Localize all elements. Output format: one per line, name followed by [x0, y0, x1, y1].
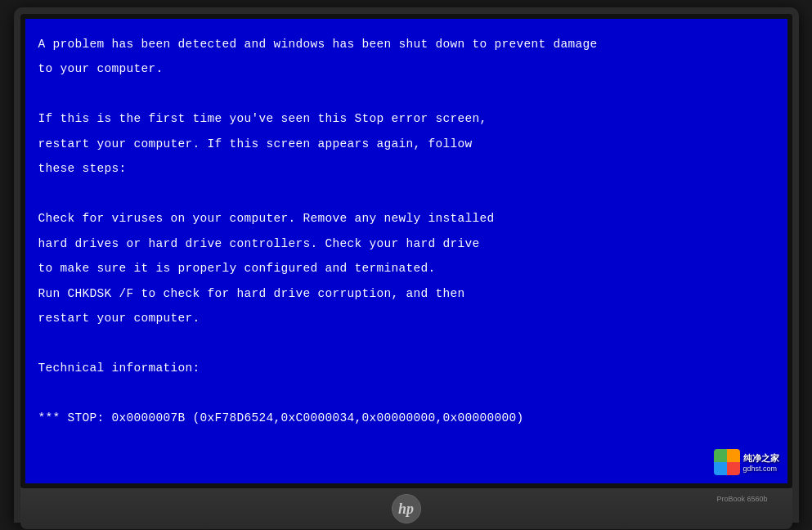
bsod-content: A problem has been detected and windows …	[25, 19, 787, 451]
hp-logo-text: hp	[398, 501, 414, 518]
bsod-line11: Run CHKDSK /F to check for hard drive co…	[38, 285, 774, 303]
bsod-line6: these steps:	[38, 159, 774, 177]
watermark: 纯净之家 gdhst.com	[714, 449, 779, 475]
bsod-line12: restart your computer.	[38, 309, 774, 327]
watermark-site-url: gdhst.com	[743, 465, 779, 473]
bsod-screen: A problem has been detected and windows …	[25, 19, 787, 483]
screen-bezel: A problem has been detected and windows …	[20, 14, 792, 488]
bsod-line4: If this is the first time you've seen th…	[38, 110, 774, 128]
laptop-model-label: ProBook 6560b	[716, 495, 767, 503]
bsod-technical-label: Technical information:	[38, 359, 774, 377]
watermark-site-name: 纯净之家	[743, 452, 779, 465]
bsod-line1: A problem has been detected and windows …	[38, 35, 774, 53]
bsod-line15	[38, 384, 774, 402]
bsod-line2: to your computer.	[38, 60, 774, 78]
watermark-quad3	[714, 462, 727, 475]
bsod-line5: restart your computer. If this screen ap…	[38, 135, 774, 153]
watermark-text: 纯净之家 gdhst.com	[743, 452, 779, 473]
watermark-icon	[714, 449, 740, 475]
bsod-line8: Check for viruses on your computer. Remo…	[38, 209, 774, 227]
bsod-line9: hard drives or hard drive controllers. C…	[38, 235, 774, 253]
laptop-outer: A problem has been detected and windows …	[14, 7, 799, 523]
bsod-line7	[38, 185, 774, 203]
hp-logo: hp	[392, 494, 421, 523]
bsod-line10: to make sure it is properly configured a…	[38, 259, 774, 277]
laptop-base: hp ProBook 6560b	[20, 488, 792, 529]
bsod-line3	[38, 85, 774, 103]
watermark-quad4	[727, 462, 740, 475]
watermark-quad1	[714, 449, 727, 462]
bsod-stop-code: *** STOP: 0x0000007B (0xF78D6524,0xC0000…	[38, 409, 774, 427]
bsod-line13	[38, 335, 774, 353]
watermark-quad2	[727, 449, 740, 462]
